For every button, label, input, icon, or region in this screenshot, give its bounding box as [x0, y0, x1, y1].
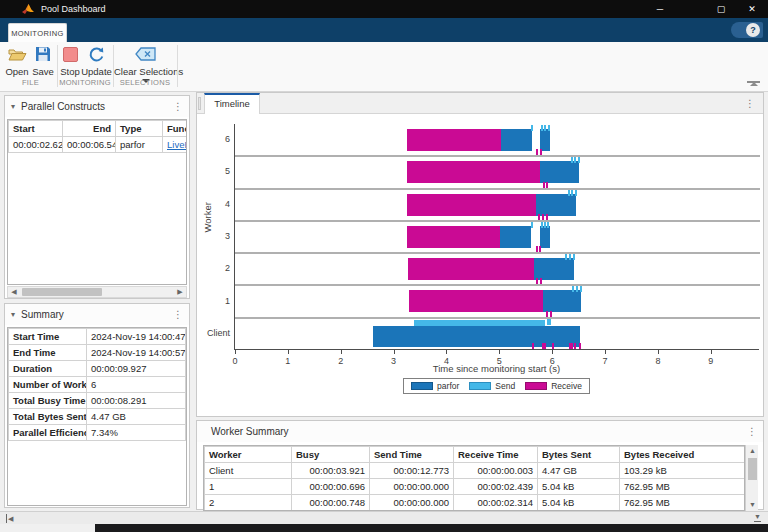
chart-bar-parfor[interactable]	[536, 194, 576, 216]
receive-tick	[544, 343, 546, 349]
minimize-button[interactable]: ─	[645, 0, 675, 18]
ribbon: Open Save Stop Update	[0, 42, 768, 92]
scroll-down-icon[interactable]: ▼	[746, 499, 759, 511]
chart-bar-send[interactable]	[414, 320, 545, 326]
summary-label: Duration	[9, 361, 87, 377]
open-button[interactable]: Open	[4, 44, 30, 77]
update-button[interactable]: Update	[80, 44, 113, 77]
save-button[interactable]: Save	[30, 44, 56, 77]
splitter-handle[interactable]	[198, 97, 201, 110]
send-tick	[573, 254, 575, 260]
chart-bar-parfor[interactable]	[373, 326, 580, 347]
horizontal-scrollbar[interactable]: ◀ ▶	[7, 286, 187, 298]
save-icon	[30, 44, 56, 64]
receive-tick	[536, 149, 538, 155]
table-row[interactable]: 00:00:02.62400:00:06.546parforLiveEdi	[9, 137, 187, 153]
chart-bar-receive[interactable]	[407, 194, 537, 216]
chart-bar-parfor[interactable]	[534, 258, 574, 280]
panel-menu-icon[interactable]: ⋮	[745, 98, 755, 109]
group-label-monitoring: MONITORING	[57, 78, 113, 87]
collapse-left-panel-icon[interactable]: ◀	[6, 514, 13, 523]
panel-menu-icon[interactable]: ⋮	[173, 102, 183, 112]
send-tick	[571, 157, 573, 163]
send-tick	[549, 319, 551, 325]
chart-bar-receive[interactable]	[407, 226, 501, 248]
stop-button[interactable]: Stop	[58, 44, 82, 77]
table-row[interactable]: 100:00:00.69600:00:00.00000:00:02.4395.0…	[205, 479, 746, 495]
summary-table: Start Time2024-Nov-19 14:00:47.531End Ti…	[8, 328, 186, 441]
send-tick	[548, 125, 550, 131]
summary-label: Total Bytes Sent	[9, 409, 87, 425]
window-title: Pool Dashboard	[41, 4, 106, 14]
scroll-right-icon[interactable]: ▶	[174, 287, 186, 297]
grid-line	[235, 155, 760, 157]
table-row[interactable]: 200:00:00.74800:00:00.00000:00:02.3145.0…	[205, 495, 746, 511]
close-button[interactable]: ✕	[737, 0, 767, 18]
table-row[interactable]: Client00:00:03.92100:00:12.77300:00:00.0…	[205, 463, 746, 479]
table-cell: parfor	[116, 137, 163, 153]
chart-bar-receive[interactable]	[407, 129, 501, 151]
tab-monitoring[interactable]: MONITORING	[8, 23, 67, 42]
chart-bar-receive[interactable]	[409, 290, 544, 312]
tab-timeline[interactable]: Timeline	[204, 93, 260, 114]
summary-panel: ▾ Summary ⋮ Start Time2024-Nov-19 14:00:…	[4, 303, 190, 508]
table-cell: 1	[205, 479, 292, 495]
send-tick	[547, 222, 549, 228]
collapse-panel-icon[interactable]: ▾	[11, 102, 15, 111]
scroll-up-icon[interactable]: ▲	[746, 445, 759, 457]
scroll-left-icon[interactable]: ◀	[8, 287, 20, 297]
column-header[interactable]: Start	[9, 121, 63, 137]
chart-bar-receive[interactable]	[407, 161, 541, 183]
y-tick-label: Client	[197, 328, 230, 338]
column-header[interactable]: Bytes Sent	[538, 447, 620, 463]
table-cell: 00:00:02.624	[9, 137, 63, 153]
summary-value: 4.47 GB	[87, 409, 186, 425]
receive-tick	[539, 246, 541, 252]
chart-bar-parfor[interactable]	[501, 129, 532, 151]
collapse-bottom-panel-icon[interactable]: ▼	[754, 513, 761, 522]
receive-tick	[546, 182, 548, 188]
parallel-constructs-table: Start End Type Function 00:00:02.62400:0…	[8, 120, 187, 153]
chart-bar-parfor[interactable]	[500, 226, 531, 248]
chart-bar-parfor[interactable]	[540, 226, 550, 248]
y-tick-label: 1	[197, 296, 230, 306]
column-header[interactable]: End	[63, 121, 116, 137]
x-tick-mark	[341, 350, 342, 354]
chart-bar-parfor[interactable]	[543, 290, 581, 312]
receive-tick	[536, 278, 538, 284]
group-label-selections: SELECTIONS	[113, 78, 177, 87]
chart-bar-receive[interactable]	[408, 258, 535, 280]
help-button[interactable]: ?	[731, 22, 763, 38]
y-tick-label: 5	[197, 166, 230, 176]
function-link[interactable]: LiveEdi	[167, 139, 187, 150]
column-header[interactable]: Busy	[292, 447, 370, 463]
chart-bar-parfor[interactable]	[540, 129, 550, 151]
column-header[interactable]: Bytes Received	[620, 447, 746, 463]
grid-line	[235, 284, 760, 286]
grid-line	[235, 252, 760, 254]
send-tick	[544, 125, 546, 131]
scrollbar-thumb[interactable]	[22, 288, 102, 296]
panel-menu-icon[interactable]: ⋮	[747, 427, 757, 437]
column-header[interactable]: Function	[163, 121, 187, 137]
receive-tick	[579, 343, 581, 349]
collapse-panel-icon[interactable]: ▾	[11, 310, 15, 319]
x-axis-title: Time since monitoring start (s)	[234, 363, 759, 374]
panel-title: Worker Summary	[203, 426, 747, 437]
maximize-button[interactable]: ▢	[706, 0, 736, 18]
help-icon: ?	[746, 23, 760, 37]
chart-bar-parfor[interactable]	[540, 161, 580, 183]
send-tick	[541, 222, 543, 228]
column-header[interactable]: Receive Time	[454, 447, 538, 463]
scrollbar-thumb[interactable]	[748, 458, 757, 480]
collapse-ribbon-icon[interactable]	[747, 81, 760, 89]
panel-menu-icon[interactable]: ⋮	[173, 310, 183, 320]
table-row: End Time2024-Nov-19 14:00:57.458	[9, 345, 186, 361]
vertical-scrollbar[interactable]: ▲ ▼	[745, 445, 758, 511]
column-header[interactable]: Type	[116, 121, 163, 137]
column-header[interactable]: Send Time	[370, 447, 454, 463]
column-header[interactable]: Worker	[205, 447, 292, 463]
summary-label: Total Busy Time	[9, 393, 87, 409]
receive-tick	[543, 182, 545, 188]
table-header-row: Start End Type Function	[9, 121, 187, 137]
